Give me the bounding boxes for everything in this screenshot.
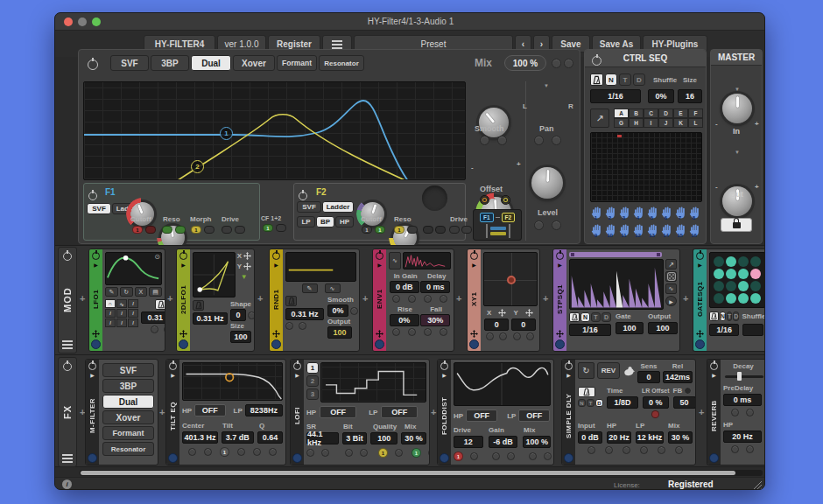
gatesq1-d-button[interactable]: D — [733, 312, 739, 321]
reverb-collapse-icon[interactable]: ▶ — [712, 372, 716, 379]
tilteq-power-icon[interactable] — [169, 362, 177, 370]
level-inc-button[interactable] — [552, 220, 561, 230]
simpledly-rb5[interactable] — [658, 446, 665, 454]
hand-button-2[interactable]: 2 — [603, 206, 616, 222]
offset-mod-slot-icon[interactable] — [480, 195, 489, 205]
filter1-badge[interactable]: 1 — [220, 127, 233, 140]
info-icon[interactable]: i — [62, 480, 72, 489]
tilteq-tilt-slot[interactable]: 1 — [220, 447, 229, 457]
filter2-badge[interactable]: 2 — [191, 160, 204, 173]
lofi-rb1[interactable] — [306, 449, 314, 457]
simpledly-rb6[interactable] — [675, 446, 683, 454]
rnd1-dec-button[interactable] — [285, 322, 293, 330]
lofi-rb6[interactable] — [428, 449, 429, 457]
offset-minus[interactable]: - — [471, 164, 474, 172]
f1-morph-slot1[interactable]: 1 — [191, 226, 201, 234]
bank-e[interactable]: E — [673, 108, 688, 118]
tilteq-rb1[interactable] — [188, 448, 196, 456]
mfilter-minimize-button[interactable] — [88, 453, 97, 463]
lofi-quality-slot[interactable]: 1 — [378, 448, 388, 458]
lfo1-move-icon[interactable] — [92, 330, 100, 338]
simpledly-rb2[interactable] — [605, 446, 613, 454]
2dlfo1-rate-value[interactable]: 0.31 Hz — [193, 312, 228, 325]
tilteq-tilt-value[interactable]: 3.7 dB — [222, 431, 254, 444]
gatesq1-sync-icon[interactable] — [709, 312, 719, 321]
stpsq1-minimize-button[interactable] — [555, 340, 565, 349]
env1-fall-value[interactable]: 30% — [420, 314, 450, 326]
stpsq1-n-button[interactable]: N — [580, 312, 590, 322]
bank-a[interactable]: A — [614, 108, 629, 118]
lofi-rb4[interactable] — [360, 449, 368, 457]
xy1-minimize-button[interactable] — [469, 340, 479, 349]
mod-insert-button2[interactable]: + — [167, 293, 172, 304]
stpsq1-move-icon[interactable] — [556, 330, 564, 338]
env1-collapse-icon[interactable]: ▶ — [377, 262, 382, 269]
folddist-drive-slot[interactable]: 1 — [454, 452, 463, 461]
2dlfo1-display[interactable] — [193, 252, 236, 298]
ctrlseq-expand-icon[interactable]: ↗ — [590, 108, 609, 128]
lofi-display[interactable] — [320, 362, 426, 402]
env1-rb3[interactable] — [424, 295, 432, 303]
simpledly-rb1[interactable] — [587, 446, 595, 454]
mod-insert-button6[interactable]: + — [543, 293, 548, 304]
stpsq1-collapse-icon[interactable]: ▶ — [558, 262, 562, 269]
bank-l[interactable]: L — [688, 118, 703, 128]
lofi-collapse-icon[interactable]: ▶ — [295, 372, 299, 379]
env1-rb5[interactable] — [392, 328, 400, 336]
2dlfo1-sync-icon[interactable] — [193, 300, 204, 311]
rnd1-move-icon[interactable] — [272, 330, 280, 338]
ctrlseq-sync-icon[interactable] — [590, 74, 603, 86]
rnd1-collapse-icon[interactable]: ▶ — [274, 262, 278, 269]
tilteq-rb2[interactable] — [204, 448, 212, 456]
gatesq1-grid[interactable] — [709, 252, 765, 308]
mfilter-opt-svf[interactable]: SVF — [102, 363, 154, 377]
simpledly-lp-value[interactable]: 12 kHz — [636, 431, 664, 444]
f2-mode-hp[interactable]: HP — [335, 216, 354, 228]
f2-type-svf[interactable]: SVF — [297, 201, 321, 213]
simpledly-t-button[interactable]: T — [587, 399, 594, 407]
xy1-pad[interactable] — [483, 252, 538, 306]
lfo1-shape-ramp3[interactable]: / — [116, 309, 127, 318]
simpledly-lr-value[interactable]: 0 % — [643, 396, 669, 409]
mfilter-opt-resonator[interactable]: Resonator — [102, 442, 154, 456]
folddist-collapse-icon[interactable]: ▶ — [442, 372, 447, 379]
lfo1-minimize-button[interactable] — [91, 340, 101, 349]
lfo1-grid-icon[interactable]: ▤ — [149, 287, 162, 297]
fx-insert-button4[interactable]: + — [699, 407, 704, 417]
simpledly-d-button[interactable]: D — [595, 399, 603, 407]
f2-mode-lp[interactable]: LP — [297, 216, 315, 228]
stpsq1-power-icon[interactable] — [556, 252, 564, 260]
folddist-drive-value[interactable]: 12 — [454, 436, 483, 448]
ctrlseq-d-button[interactable]: D — [633, 74, 645, 86]
lfo1-display[interactable]: ⊙ — [105, 252, 162, 285]
simpledly-n-button[interactable]: N — [578, 399, 586, 407]
lfo1-shape-ramp7[interactable]: / — [128, 318, 138, 327]
folddist-mix-value[interactable]: 100 % — [523, 436, 551, 448]
rnd1-smooth-icon[interactable]: ∿ — [325, 284, 341, 293]
folddist-rb5[interactable] — [544, 452, 552, 460]
lfo1-shape-ramp4[interactable]: / — [128, 309, 138, 318]
simpledly-rel-value[interactable]: 142ms — [663, 371, 693, 383]
gatesq1-n-button[interactable]: N — [720, 312, 726, 321]
reverb-power-icon[interactable] — [710, 362, 718, 370]
mix-dec-button[interactable] — [552, 59, 561, 68]
mod-power-icon[interactable] — [63, 252, 72, 261]
rnd1-inc-button[interactable] — [299, 322, 306, 330]
simpledly-collapse-icon[interactable]: ▶ — [566, 372, 571, 379]
env1-rb1[interactable] — [392, 295, 400, 303]
hand-button-15[interactable]: 15 — [673, 223, 686, 240]
env1-move-icon[interactable] — [376, 330, 383, 338]
2dlfo1-size-value[interactable]: 100 — [230, 331, 251, 343]
tilteq-hp-value[interactable]: OFF — [194, 404, 225, 416]
mfilter-opt-3bp[interactable]: 3BP — [102, 379, 154, 393]
rnd1-minimize-button[interactable] — [271, 340, 281, 349]
fx-power-icon[interactable] — [63, 362, 72, 371]
env1-display[interactable] — [403, 252, 451, 270]
smooth-dec-button[interactable] — [480, 136, 489, 145]
mfilter-collapse-icon[interactable]: ▶ — [90, 372, 95, 379]
reverb-decay-handle[interactable] — [737, 372, 742, 381]
reverb-rb1[interactable] — [731, 409, 739, 416]
tilteq-minimize-button[interactable] — [168, 453, 178, 463]
tab-3bp[interactable]: 3BP — [151, 55, 189, 71]
folddist-rb1[interactable] — [470, 452, 478, 460]
